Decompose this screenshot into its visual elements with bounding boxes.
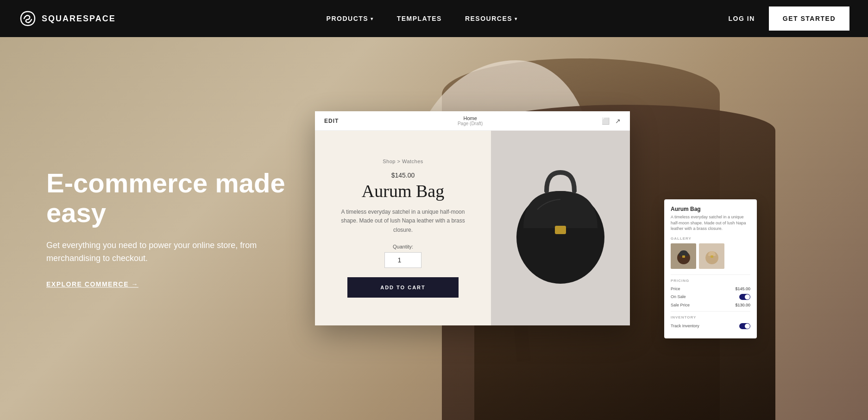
product-name: Aurum Bag [362,181,444,201]
hero-heading: E-commerce made easy [46,168,287,228]
svg-rect-5 [711,255,713,258]
editor-bar-icons: ⬜ ↗ [602,117,621,125]
on-sale-label: On Sale [671,294,686,299]
login-link[interactable]: LOG IN [729,15,755,22]
quantity-label: Quantity: [393,244,413,249]
products-chevron-icon: ▾ [371,16,374,21]
price-row: Price $145.00 [671,286,750,291]
logo-text: SQUARESPACE [42,14,116,24]
gallery-thumb-2[interactable] [699,243,724,269]
nav-resources[interactable]: RESOURCES ▾ [465,15,518,22]
side-panel-desc: A timeless everyday satchel in a unique … [671,214,750,232]
pricing-section-label: PRICING [671,279,750,283]
hero-subtext: Get everything you need to power your on… [46,239,287,266]
hero-section: E-commerce made easy Get everything you … [0,37,868,420]
logo[interactable]: SQUARESPACE [19,9,116,28]
mobile-preview-icon[interactable]: ⬜ [602,117,610,125]
track-inventory-toggle[interactable] [739,323,750,329]
nav-templates[interactable]: TEMPLATES [397,15,442,22]
resources-chevron-icon: ▾ [515,16,518,21]
on-sale-toggle[interactable] [739,294,750,300]
quantity-input[interactable] [384,252,421,268]
navbar: SQUARESPACE PRODUCTS ▾ TEMPLATES RESOURC… [0,0,868,37]
sale-price-label: Sale Price [671,303,690,307]
side-panel-title: Aurum Bag [671,206,750,212]
product-breadcrumb: Shop > Watches [383,159,423,164]
editor-page-subtitle: Page (Draft) [458,121,483,126]
editor-page-info: Home Page (Draft) [458,115,483,126]
side-panel: Aurum Bag A timeless everyday satchel in… [664,199,757,338]
on-sale-row: On Sale [671,294,750,300]
divider-1 [671,274,750,275]
gallery-section-label: GALLERY [671,236,750,241]
sale-price-row: Sale Price $130.00 [671,303,750,307]
nav-links: PRODUCTS ▾ TEMPLATES RESOURCES ▾ [327,15,518,22]
nav-actions: LOG IN GET STARTED [729,6,849,31]
product-image-area [491,131,630,325]
gallery-thumb-1[interactable] [671,243,696,269]
explore-commerce-link[interactable]: EXPLORE COMMERCE → [46,281,138,288]
product-form: Shop > Watches $145.00 Aurum Bag A timel… [315,131,491,325]
editor-page-title: Home [458,115,483,121]
price-label: Price [671,286,680,291]
product-description: A timeless everyday satchel in a unique … [333,208,472,235]
hero-content: E-commerce made easy Get everything you … [46,168,287,288]
add-to-cart-button[interactable]: ADD TO CART [347,277,459,298]
sale-price-value: $130.00 [735,303,750,307]
product-price: $145.00 [391,172,415,179]
track-inventory-label: Track Inventory [671,324,699,328]
nav-products[interactable]: PRODUCTS ▾ [327,15,374,22]
svg-rect-3 [682,255,685,258]
expand-icon[interactable]: ↗ [615,117,621,125]
get-started-button[interactable]: GET STARTED [769,6,849,31]
svg-rect-1 [555,226,566,234]
editor-bar: EDIT Home Page (Draft) ⬜ ↗ [315,111,630,131]
price-value: $145.00 [735,286,750,291]
track-inventory-row: Track Inventory [671,323,750,329]
editor-content: Shop > Watches $145.00 Aurum Bag A timel… [315,131,630,325]
divider-2 [671,311,750,312]
inventory-section-label: INVENTORY [671,315,750,319]
editor-wrapper: EDIT Home Page (Draft) ⬜ ↗ Shop > Watche… [315,111,630,325]
product-bag-svg [509,163,611,293]
gallery-thumbs [671,243,750,269]
edit-label[interactable]: EDIT [324,118,339,124]
